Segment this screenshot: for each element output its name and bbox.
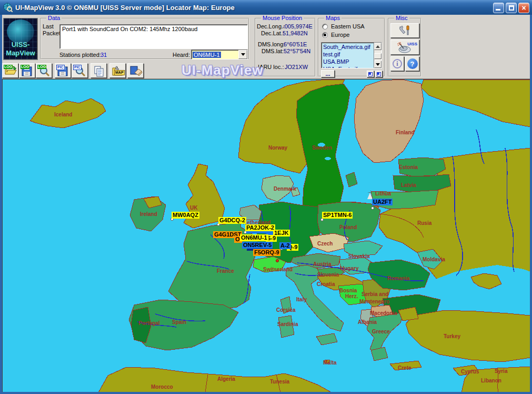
country-label: Spain xyxy=(172,319,186,325)
country-label: Romania xyxy=(387,275,409,281)
heard-combobox[interactable]: ON6MU-1 xyxy=(191,50,248,60)
close-icon: × xyxy=(519,4,529,12)
country-label: Algeria xyxy=(217,376,235,382)
radio-europe[interactable]: Europe xyxy=(322,32,349,38)
country-label: Latvia xyxy=(401,182,416,188)
station-dot-icon xyxy=(371,206,374,210)
country-label: Croatia xyxy=(317,281,335,287)
scrollbar-thumb[interactable] xyxy=(374,53,382,59)
country-label: UK xyxy=(190,205,197,211)
station-label[interactable]: F5ORQ-9 xyxy=(253,249,280,256)
chevron-up-icon xyxy=(376,45,380,48)
country-label: Rusia xyxy=(417,220,431,226)
radio-icon xyxy=(322,24,328,29)
stations-plotted-label: Stations plotted: xyxy=(59,52,101,58)
country-label: Czech xyxy=(317,241,333,247)
dms-long-label: DMS.long: xyxy=(258,41,285,47)
scroll-down-button[interactable] xyxy=(374,61,382,68)
country-label: Moldavia xyxy=(423,257,445,262)
save-log-button[interactable]: LOG xyxy=(19,63,35,78)
radio-selected-icon xyxy=(322,32,328,38)
maximize-button[interactable] xyxy=(506,3,517,13)
radio-eastern-usa[interactable]: Eastern USA xyxy=(322,23,365,29)
dec-lat-value: 51,9482N xyxy=(283,30,308,36)
toolbar-logo-text: UI-MapView xyxy=(182,62,263,78)
country-label: Ireland xyxy=(140,211,157,217)
mouse-position-group: Mouse Position Dec.Long.: -005,9974E Dec… xyxy=(255,18,316,77)
view-log-button[interactable]: LOG xyxy=(36,63,52,78)
info-button[interactable]: i xyxy=(390,56,404,71)
data-group-title: Data xyxy=(46,15,62,22)
country-label: Italy xyxy=(296,297,307,302)
country-label: Sweden xyxy=(312,145,332,151)
station-label[interactable]: SP1TMN-6 xyxy=(322,212,353,219)
maps-file-item[interactable]: test.gif xyxy=(322,51,374,58)
heard-selected-value: ON6MU-1 xyxy=(193,52,221,58)
copy-button[interactable] xyxy=(91,63,107,78)
save-pic-button[interactable]: PIC xyxy=(55,63,71,78)
window-title: UI-MapView 3.0 © ON6MU [UISS Server mode… xyxy=(15,4,235,12)
map-size-button-2[interactable] xyxy=(375,71,383,77)
scroll-up-button[interactable] xyxy=(374,43,382,50)
top-panel: UISS- MapView Data Last Packet: Port1 wi… xyxy=(2,15,530,79)
open-log-button[interactable]: LOG xyxy=(2,63,18,78)
save-log-button-badge: LOG xyxy=(21,65,29,69)
country-label: Greece xyxy=(372,329,390,334)
country-label: Sardinia xyxy=(277,321,298,327)
station-label[interactable]: ON6MU-1 xyxy=(240,234,268,241)
logo-line2: MapView xyxy=(4,49,37,57)
minimize-icon xyxy=(496,9,500,11)
open-log-button-badge: LOG xyxy=(4,65,13,69)
station-label[interactable]: MW0AQZ xyxy=(172,212,199,219)
station-label[interactable]: ON5REV-5 xyxy=(242,242,273,249)
country-label: Slovenia xyxy=(317,272,339,278)
dms-lat-value: 52°57'54N xyxy=(284,48,310,54)
uiss-button[interactable]: UISS xyxy=(390,40,419,55)
europe-map[interactable]: IcelandNorwaySwedenFinlandEstoniaLatviaL… xyxy=(2,79,530,392)
country-label: Serbia and xyxy=(362,291,388,297)
station-label[interactable]: A-2 xyxy=(279,242,291,249)
more-maps-button[interactable]: ... xyxy=(321,70,335,77)
country-label: Syria xyxy=(495,368,507,374)
country-label: Turkey xyxy=(444,333,460,339)
maps-group-title: Maps xyxy=(324,15,342,22)
open-map-button[interactable]: MAP xyxy=(109,63,126,78)
view-pic-button[interactable]: PIC xyxy=(72,63,88,78)
map-size-button-1[interactable] xyxy=(367,71,374,77)
uiss-badge: UISS xyxy=(407,42,417,46)
country-label: Portugal xyxy=(138,320,160,326)
logo-line1: UISS- xyxy=(4,41,37,48)
help-button[interactable]: ? xyxy=(405,56,419,71)
last-packet-box[interactable]: Port1 with SoundCard On COM2: 145Mhz 120… xyxy=(59,24,248,49)
maps-file-item[interactable]: USA.BMP xyxy=(322,58,374,65)
country-label: Poland xyxy=(339,224,357,230)
help-icon: ? xyxy=(407,58,418,69)
station-label[interactable]: PA2JOK-2 xyxy=(245,224,275,231)
settings-button[interactable] xyxy=(390,23,419,38)
maps-file-listbox[interactable]: South_America.giftest.gifUSA.BMPUSA_East… xyxy=(321,42,382,68)
minimize-button[interactable] xyxy=(493,3,504,13)
close-button[interactable]: × xyxy=(518,3,529,13)
app-window: { "window": { "title": "UI-MapView 3.0 ©… xyxy=(0,0,532,394)
clear-map-button[interactable] xyxy=(127,63,144,78)
country-label: Herz. xyxy=(345,293,358,299)
resize-map-icon xyxy=(368,72,373,76)
heard-dropdown-button[interactable] xyxy=(238,50,247,59)
misc-group: Misc UISS i ? xyxy=(388,18,421,77)
listbox-scrollbar[interactable] xyxy=(374,43,382,68)
maps-file-item[interactable]: South_America.gif xyxy=(322,43,374,51)
radio-europe-label: Europe xyxy=(331,32,349,38)
dec-lat-label: Dec.Lat.: xyxy=(261,30,284,36)
maximize-icon xyxy=(509,5,514,11)
country-label: Malta xyxy=(323,360,337,366)
iaru-loc-value: JO21XW xyxy=(285,64,308,70)
maps-file-item[interactable]: USA_East.gif xyxy=(322,65,374,68)
station-label[interactable]: UA2FT xyxy=(372,199,393,205)
country-label: Austria xyxy=(313,261,331,267)
titlebar[interactable]: UI-MapView 3.0 © ON6MU [UISS Server mode… xyxy=(0,0,532,15)
station-label[interactable]: G4DCQ-2 xyxy=(218,217,246,224)
country-label: Denmark xyxy=(274,186,296,192)
data-group: Data Last Packet: Port1 with SoundCard O… xyxy=(40,18,249,60)
country-label: Corsica xyxy=(276,307,296,313)
country-label: Finland xyxy=(396,130,415,135)
